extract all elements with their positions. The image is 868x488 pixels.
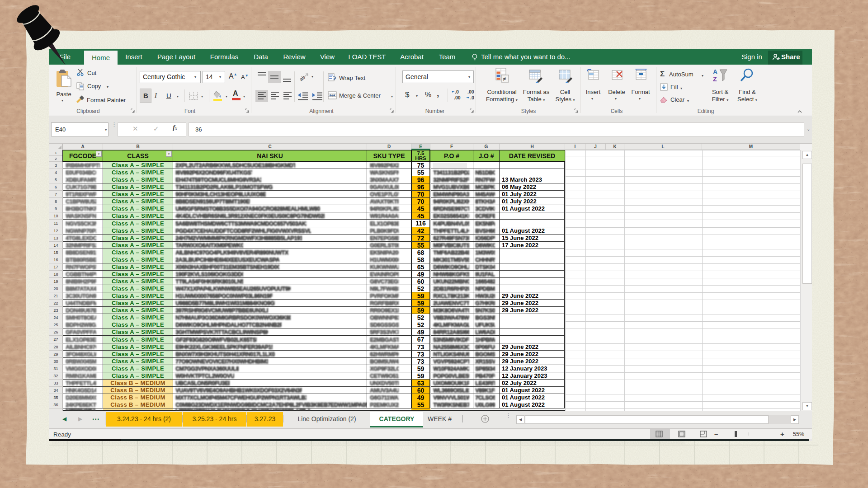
svg-text:.0: .0 — [455, 89, 459, 94]
svg-text:≠: ≠ — [503, 75, 506, 82]
svg-text:Z: Z — [713, 75, 717, 83]
svg-text:A: A — [713, 68, 717, 75]
svg-text:.00: .00 — [454, 95, 461, 100]
svg-text:ab: ab — [299, 75, 306, 81]
svg-text:.0: .0 — [470, 95, 474, 100]
svg-text:.00: .00 — [467, 89, 474, 94]
